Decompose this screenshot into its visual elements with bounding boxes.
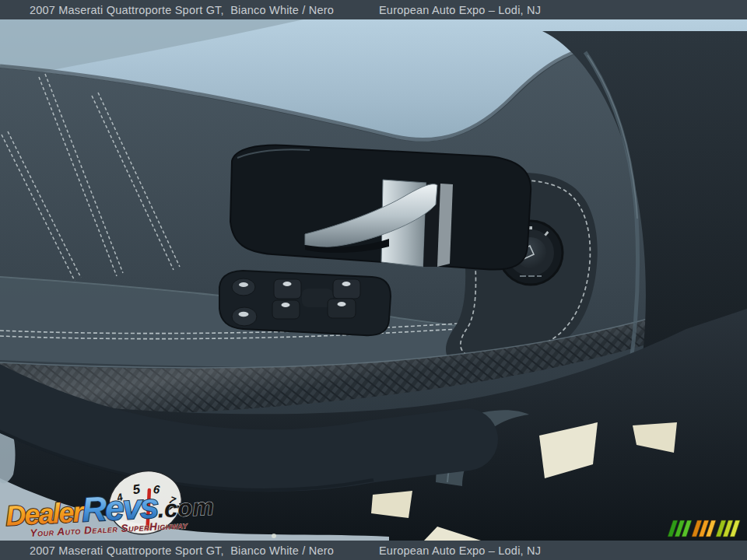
top-caption-right: European Auto Expo – Lodi, NJ — [379, 4, 541, 16]
screenshot-root: 2007 Maserati Quattroporte Sport GT, Bia… — [0, 0, 747, 560]
car-door-photo: 4 5 6 7 DealerRevs.com Your Auto Dealer … — [0, 19, 747, 541]
top-caption-left: 2007 Maserati Quattroporte Sport GT, Bia… — [30, 4, 334, 16]
window-switch-panel — [219, 271, 391, 335]
bottom-caption-left: 2007 Maserati Quattroporte Sport GT, Bia… — [30, 544, 334, 557]
top-caption-bar: 2007 Maserati Quattroporte Sport GT, Bia… — [0, 0, 747, 19]
knob-caption-text — [520, 275, 542, 277]
bottom-caption-right: European Auto Expo – Lodi, NJ — [379, 544, 541, 557]
bottom-caption-bar: 2007 Maserati Quattroporte Sport GT, Bia… — [0, 541, 747, 560]
door-pull-handle — [230, 145, 531, 270]
